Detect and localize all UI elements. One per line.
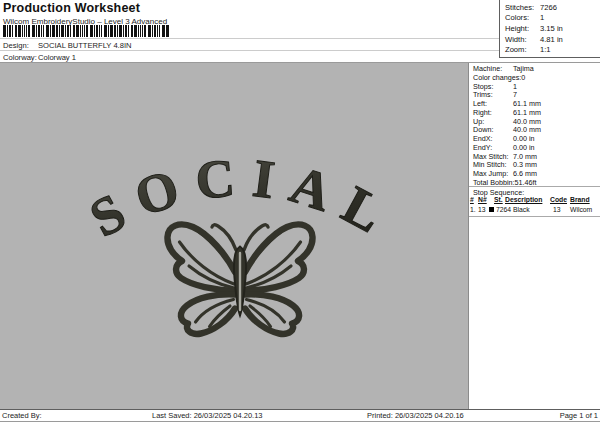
- machine-info-list: Machine:Tajima Color changes:0 Stops:1 T…: [473, 65, 599, 188]
- arched-design-text: SOCIAL: [80, 147, 406, 252]
- row-description: Black: [513, 206, 530, 213]
- page-number: Page 1 of 1: [560, 411, 598, 420]
- col-brand: Brand: [570, 196, 590, 203]
- page-title: Production Worksheet: [3, 1, 140, 15]
- summary-row: Colors:1: [505, 13, 598, 24]
- colors-label: Colors:: [505, 13, 540, 24]
- footer-bottom-rule: [0, 421, 600, 422]
- row-st: 7264: [496, 206, 511, 213]
- production-worksheet-page: Production Worksheet Wilcom EmbroiderySt…: [0, 0, 600, 424]
- stitch-summary-box: Stitches:7266 Colors:1 Height:3.15 in Wi…: [499, 0, 600, 58]
- row-num: 1.: [470, 206, 476, 213]
- zoom-value: 1:1: [540, 45, 551, 56]
- width-value: 4.81 in: [540, 35, 563, 46]
- col-num: #: [470, 196, 474, 203]
- stop-sequence-bottom-rule: [469, 216, 600, 217]
- row-brand: Wilcom: [570, 206, 592, 213]
- col-st: St.: [494, 196, 503, 203]
- colors-value: 1: [540, 13, 544, 24]
- butterfly-motif: [167, 224, 312, 333]
- barcode-icon: [3, 25, 173, 37]
- printed-text: Printed: 26/03/2025 04.20.16: [367, 411, 464, 420]
- stop-sequence-top-rule: [469, 186, 600, 187]
- color-changes-value: 0: [521, 74, 525, 83]
- machine-info-panel: Machine:Tajima Color changes:0 Stops:1 T…: [469, 63, 600, 409]
- row-needle: 13: [478, 206, 486, 213]
- row-code: 13: [553, 206, 561, 213]
- summary-row: Height:3.15 in: [505, 24, 598, 35]
- col-needle: N#: [478, 196, 487, 203]
- stitches-value: 7266: [540, 3, 557, 14]
- col-code: Code: [550, 196, 567, 203]
- width-label: Width:: [505, 35, 540, 46]
- colorway-value: Colorway 1: [38, 53, 76, 62]
- design-canvas: SOCIAL: [0, 63, 469, 409]
- summary-row: Width:4.81 in: [505, 35, 598, 46]
- summary-row: Stitches:7266: [505, 3, 598, 14]
- zoom-label: Zoom:: [505, 45, 540, 56]
- embroidery-design-preview: SOCIAL: [0, 63, 469, 409]
- stitches-label: Stitches:: [505, 3, 540, 14]
- footer-top-rule: [0, 409, 600, 410]
- summary-row: Zoom:1:1: [505, 45, 598, 56]
- height-label: Height:: [505, 24, 540, 35]
- height-value: 3.15 in: [540, 24, 563, 35]
- thread-color-swatch: [489, 207, 494, 212]
- header-divider-2: [0, 50, 499, 51]
- design-label: Design:: [3, 41, 29, 50]
- colorway-label: Colorway:: [3, 53, 37, 62]
- last-saved-text: Last Saved: 26/03/2025 04.20.13: [152, 411, 263, 420]
- design-value: SOCIAL BUTTERFLY 4.8IN: [38, 41, 132, 50]
- created-by-label: Created By:: [2, 411, 42, 420]
- header-divider-1: [0, 38, 499, 39]
- col-description: Description: [505, 196, 542, 203]
